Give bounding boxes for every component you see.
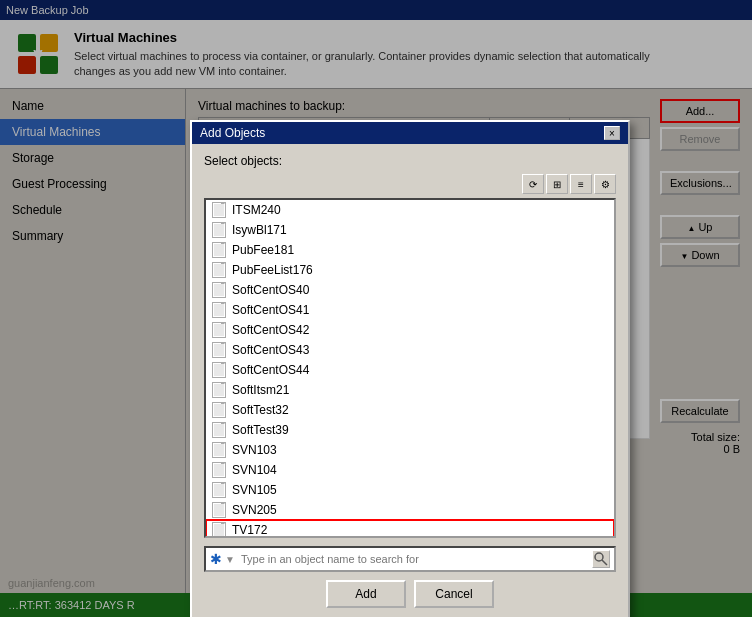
object-list-item[interactable]: ITSM240 [206, 200, 614, 220]
object-list-item[interactable]: SoftCentOS42 [206, 320, 614, 340]
add-objects-modal: Add Objects × Select objects: ⟳ ⊞ ≡ ⚙ IT… [190, 120, 630, 617]
select-objects-label: Select objects: [204, 154, 616, 168]
object-list-item[interactable]: SVN104 [206, 460, 614, 480]
modal-cancel-button[interactable]: Cancel [414, 580, 494, 608]
modal-overlay: Add Objects × Select objects: ⟳ ⊞ ≡ ⚙ IT… [0, 0, 752, 617]
object-list-item[interactable]: SoftCentOS43 [206, 340, 614, 360]
object-list-item[interactable]: PubFeeList176 [206, 260, 614, 280]
modal-toolbar: ⟳ ⊞ ≡ ⚙ [204, 174, 616, 194]
modal-title-bar: Add Objects × [192, 122, 628, 144]
object-list-item-label: SoftCentOS41 [232, 303, 309, 317]
object-list-item[interactable]: TV172 [206, 520, 614, 538]
vm-file-icon [212, 422, 226, 438]
object-list-item-label: SoftCentOS44 [232, 363, 309, 377]
object-list-item-label: TV172 [232, 523, 267, 537]
object-list-item-label: PubFee181 [232, 243, 294, 257]
object-list-item[interactable]: SoftCentOS40 [206, 280, 614, 300]
vm-file-icon [212, 502, 226, 518]
object-list-item-label: SoftItsm21 [232, 383, 289, 397]
vm-file-icon [212, 402, 226, 418]
toolbar-icon-grid[interactable]: ⊞ [546, 174, 568, 194]
modal-body: Select objects: ⟳ ⊞ ≡ ⚙ ITSM240IsywBl171… [192, 144, 628, 617]
vm-file-icon [212, 382, 226, 398]
object-list-item-label: SVN105 [232, 483, 277, 497]
svg-line-6 [602, 560, 607, 565]
vm-file-icon [212, 282, 226, 298]
object-list-item-label: SoftTest32 [232, 403, 289, 417]
object-list-item[interactable]: PubFee181 [206, 240, 614, 260]
object-list-item[interactable]: SoftCentOS44 [206, 360, 614, 380]
vm-file-icon [212, 462, 226, 478]
vm-file-icon [212, 302, 226, 318]
modal-bottom-buttons: Add Cancel [204, 580, 616, 612]
search-input[interactable] [241, 553, 592, 565]
vm-file-icon [212, 242, 226, 258]
object-list-item[interactable]: SoftTest32 [206, 400, 614, 420]
toolbar-icon-refresh[interactable]: ⟳ [522, 174, 544, 194]
toolbar-icon-settings[interactable]: ⚙ [594, 174, 616, 194]
object-list-item[interactable]: SVN205 [206, 500, 614, 520]
search-go-button[interactable] [592, 550, 610, 568]
object-list-item-label: SoftTest39 [232, 423, 289, 437]
object-list-item-label: SoftCentOS42 [232, 323, 309, 337]
svg-point-5 [595, 553, 603, 561]
vm-file-icon [212, 262, 226, 278]
object-list-item[interactable]: SoftCentOS41 [206, 300, 614, 320]
object-list-item-label: ITSM240 [232, 203, 281, 217]
object-list-item[interactable]: SVN105 [206, 480, 614, 500]
object-list-item[interactable]: SVN103 [206, 440, 614, 460]
object-list[interactable]: ITSM240IsywBl171PubFee181PubFeeList176So… [204, 198, 616, 538]
search-bar: ✱ ▼ [204, 546, 616, 572]
modal-add-button[interactable]: Add [326, 580, 406, 608]
search-star-icon: ✱ [210, 551, 222, 567]
search-icon-box: ✱ ▼ [210, 551, 237, 567]
object-list-item-label: SVN103 [232, 443, 277, 457]
vm-file-icon [212, 222, 226, 238]
toolbar-icon-list[interactable]: ≡ [570, 174, 592, 194]
object-list-item-label: SVN205 [232, 503, 277, 517]
object-list-item-label: SoftCentOS40 [232, 283, 309, 297]
vm-file-icon [212, 362, 226, 378]
modal-close-button[interactable]: × [604, 126, 620, 140]
object-list-item-label: SoftCentOS43 [232, 343, 309, 357]
object-list-item-label: IsywBl171 [232, 223, 287, 237]
object-list-item[interactable]: SoftTest39 [206, 420, 614, 440]
vm-file-icon [212, 482, 226, 498]
modal-title: Add Objects [200, 126, 265, 140]
vm-file-icon [212, 202, 226, 218]
object-list-item[interactable]: IsywBl171 [206, 220, 614, 240]
vm-file-icon [212, 342, 226, 358]
vm-file-icon [212, 322, 226, 338]
object-list-item-label: PubFeeList176 [232, 263, 313, 277]
vm-file-icon [212, 442, 226, 458]
search-dropdown-icon[interactable]: ▼ [225, 554, 235, 565]
vm-file-icon [212, 522, 226, 538]
object-list-item[interactable]: SoftItsm21 [206, 380, 614, 400]
object-list-item-label: SVN104 [232, 463, 277, 477]
